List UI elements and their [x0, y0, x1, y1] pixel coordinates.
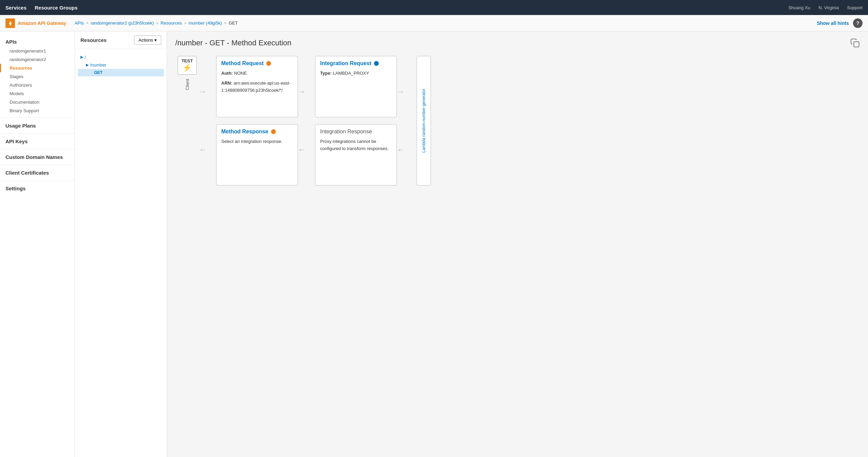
breadcrumb-bar: ⧫ Amazon API Gateway APIs > randomgenera…	[0, 15, 868, 31]
test-button[interactable]: TEST ⚡	[178, 56, 196, 75]
sidebar-divider4	[0, 165, 75, 165]
client-to-method-arrows: → ←	[199, 56, 216, 186]
auth-value: NONE	[234, 71, 247, 76]
support-link[interactable]: Support	[847, 5, 863, 10]
page-title: /number - GET - Method Execution	[175, 39, 291, 47]
tree-arrow-root: ▶	[80, 55, 83, 59]
content-area: /number - GET - Method Execution TEST ⚡ …	[167, 31, 868, 457]
user-name[interactable]: Shuang Xu	[788, 5, 810, 10]
top-nav: Services Resource Groups Shuang Xu N. Vi…	[0, 0, 868, 15]
sep1: >	[86, 20, 89, 26]
sidebar-item-stages[interactable]: Stages	[0, 72, 75, 81]
integration-response-body: Proxy integrations cannot be configured …	[320, 139, 389, 151]
arrow-right-top2: →	[298, 87, 315, 96]
breadcrumb-resources[interactable]: Resources	[161, 20, 182, 26]
arrow-left-bottom2: ←	[298, 145, 315, 154]
tree-item-get[interactable]: GET	[78, 69, 164, 76]
method-request-indicator	[266, 61, 271, 66]
tree-label-root: /	[85, 55, 86, 60]
logo-text[interactable]: Amazon API Gateway	[18, 20, 66, 26]
arrow-right-top: →	[199, 87, 216, 96]
breadcrumb-get: GET	[229, 20, 238, 26]
sidebar-item-authorizers[interactable]: Authorizers	[0, 81, 75, 89]
sidebar-divider2	[0, 133, 75, 134]
client-label: Client	[185, 79, 190, 90]
client-column: TEST ⚡ Client	[175, 56, 199, 186]
tree-area: ▶ / ▶ /number GET	[75, 49, 167, 80]
method-response-label: Method Response	[221, 129, 268, 135]
integration-request-label: Integration Request	[320, 60, 371, 67]
services-nav[interactable]: Services	[5, 5, 27, 11]
svg-rect-2	[854, 42, 859, 47]
lightning-icon: ⚡	[181, 63, 193, 72]
sidebar-item-randomgenerator2[interactable]: randomgenerator2	[0, 55, 75, 64]
actions-dropdown-icon: ▾	[154, 38, 157, 43]
arrow-right-top3: →	[397, 87, 414, 96]
region-label[interactable]: N. Virginia	[819, 5, 839, 10]
sidebar-item-randomgenerator1[interactable]: randomgenerator1	[0, 47, 75, 55]
sidebar-item-documentation[interactable]: Documentation	[0, 98, 75, 106]
tree-item-number[interactable]: ▶ /number	[78, 61, 164, 69]
sidebar-divider5	[0, 180, 75, 181]
breadcrumb-apis[interactable]: APIs	[75, 20, 84, 26]
logo-icon: ⧫	[5, 18, 15, 28]
left-flow-column: Method Request Auth: NONE ARN: arn:aws:e…	[216, 56, 298, 186]
sidebar-apis-title[interactable]: APIs	[0, 37, 75, 47]
breadcrumb-number[interactable]: /number (49gi5k)	[189, 20, 222, 26]
integration-request-box[interactable]: Integration Request Type: LAMBDA_PROXY	[315, 56, 397, 117]
arrow-left-bottom: ←	[199, 145, 216, 154]
logo-area[interactable]: ⧫ Amazon API Gateway	[5, 18, 66, 28]
arn-label: ARN:	[221, 80, 233, 86]
integration-response-content: Proxy integrations cannot be configured …	[320, 138, 392, 152]
execution-diagram: TEST ⚡ Client → ← Method Request	[175, 56, 860, 186]
resources-title: Resources	[80, 37, 107, 43]
tree-arrow-number: ▶	[86, 63, 89, 67]
method-response-content: Select an integration response.	[221, 138, 293, 145]
resources-header: Resources Actions ▾	[75, 31, 167, 49]
arrow-left-bottom3: ←	[397, 145, 414, 154]
breadcrumb-api-name[interactable]: randomgenerator2 (p23h5lcoek)	[91, 20, 154, 26]
tree-label-number: /number	[90, 62, 106, 68]
lambda-sidebar[interactable]: Lambda random-number-generator	[417, 56, 431, 186]
sidebar-item-binary-support[interactable]: Binary Support	[0, 106, 75, 115]
sep3: >	[184, 20, 186, 26]
sidebar-item-resources[interactable]: Resources	[0, 64, 75, 72]
sidebar-client-certificates[interactable]: Client Certificates	[0, 168, 75, 178]
method-request-label: Method Request	[221, 60, 264, 67]
lambda-label[interactable]: Lambda random-number-generator	[420, 85, 428, 157]
tree-item-root[interactable]: ▶ /	[78, 53, 164, 61]
sidebar-settings[interactable]: Settings	[0, 183, 75, 193]
method-response-body: Select an integration response.	[221, 139, 282, 144]
copy-icon[interactable]	[850, 38, 860, 48]
far-right-arrows: → ←	[397, 56, 414, 186]
svg-text:⧫: ⧫	[9, 20, 12, 26]
method-request-box[interactable]: Method Request Auth: NONE ARN: arn:aws:e…	[216, 56, 298, 117]
integration-response-box[interactable]: Integration Response Proxy integrations …	[315, 124, 397, 186]
integration-request-content: Type: LAMBDA_PROXY	[320, 70, 392, 77]
sidebar-divider1	[0, 118, 75, 118]
method-request-content: Auth: NONE ARN: arn:aws:execute-api:us-e…	[221, 70, 293, 94]
main-layout: APIs randomgenerator1 randomgenerator2 R…	[0, 31, 868, 457]
breadcrumbs: APIs > randomgenerator2 (p23h5lcoek) > R…	[75, 20, 238, 26]
breadcrumb-right: Show all hints ?	[817, 18, 863, 28]
method-request-title: Method Request	[221, 60, 293, 67]
integration-response-label: Integration Response	[320, 129, 372, 135]
sidebar-api-keys[interactable]: API Keys	[0, 136, 75, 146]
test-label: TEST	[181, 58, 193, 63]
show-hints-button[interactable]: Show all hints	[817, 20, 849, 26]
auth-row: Auth: NONE	[221, 70, 293, 77]
sidebar-divider3	[0, 149, 75, 149]
sidebar-usage-plans[interactable]: Usage Plans	[0, 121, 75, 131]
sidebar-item-models[interactable]: Models	[0, 89, 75, 98]
resource-groups-nav[interactable]: Resource Groups	[35, 5, 78, 11]
help-button[interactable]: ?	[853, 18, 863, 28]
integration-request-title: Integration Request	[320, 60, 392, 67]
type-value: LAMBDA_PROXY	[333, 71, 369, 76]
sidebar-custom-domain-names[interactable]: Custom Domain Names	[0, 152, 75, 162]
method-response-box[interactable]: Method Response Select an integration re…	[216, 124, 298, 186]
method-response-title: Method Response	[221, 129, 293, 135]
resources-panel: Resources Actions ▾ ▶ / ▶ /number GET	[75, 31, 167, 457]
sidebar: APIs randomgenerator1 randomgenerator2 R…	[0, 31, 75, 457]
integration-request-indicator	[374, 61, 379, 66]
actions-button[interactable]: Actions ▾	[134, 35, 161, 45]
